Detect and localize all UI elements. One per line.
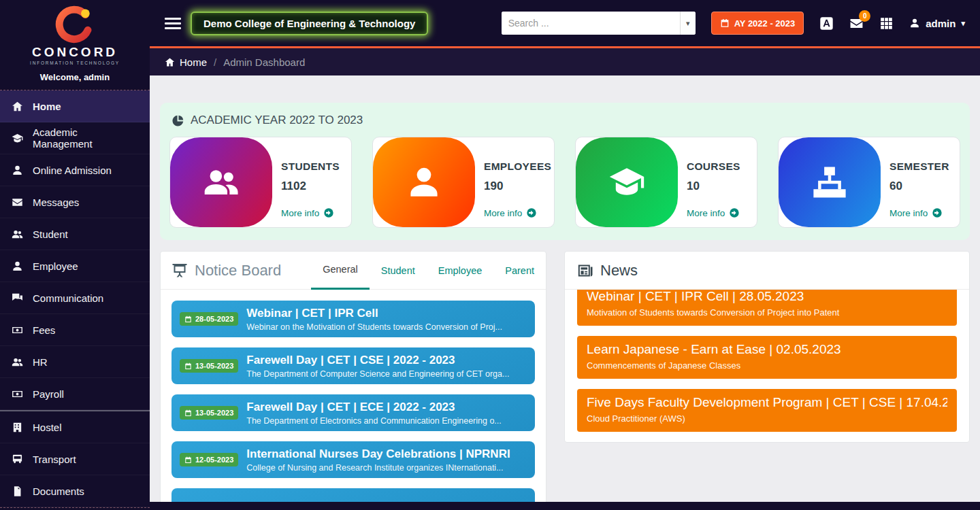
menu-toggle-button[interactable]: [165, 18, 181, 29]
graduation-cap-icon: [608, 164, 645, 201]
sidebar-nav: Home Academic Management Online Admissio…: [0, 90, 150, 508]
academic-year-button[interactable]: AY 2022 - 2023: [711, 12, 804, 35]
breadcrumb-home-link[interactable]: Home: [165, 56, 207, 68]
notice-title: Farewell Day | CET | ECE | 2022 - 2023: [246, 401, 502, 414]
arrow-circle-right-icon: [729, 207, 740, 218]
notice-tabs: General Student Employee Parent: [311, 252, 546, 290]
tab-student[interactable]: Student: [370, 252, 427, 290]
language-button[interactable]: [819, 16, 834, 31]
notice-item[interactable]: 13-05-2023 Farewell Day | CET | ECE | 20…: [172, 394, 535, 431]
news-item-title: Webinar | CET | IPR Cell | 28.05.2023: [587, 290, 947, 304]
graduation-cap-icon: [12, 133, 23, 144]
sidebar-item-student[interactable]: Student: [0, 218, 150, 250]
sidebar-item-communication[interactable]: Communication: [0, 282, 150, 314]
brand-name: CONCORD: [0, 45, 150, 60]
sidebar-item-hostel[interactable]: Hostel: [0, 411, 150, 443]
news-item[interactable]: Learn Japanese - Earn at Ease | 02.05.20…: [577, 336, 957, 379]
sidebar-item-payroll[interactable]: Payroll: [0, 378, 150, 410]
notice-date: 13-05-2023: [195, 362, 233, 370]
notice-text: Farewell Day | CET | ECE | 2022 - 2023 T…: [246, 401, 502, 426]
more-info-label: More info: [484, 208, 522, 218]
sidebar-item-online-admission[interactable]: Online Admission: [0, 154, 150, 186]
news-item-desc: Motivation of Students towards Conversio…: [587, 307, 947, 318]
sitemap-icon: [811, 164, 848, 201]
sidebar-item-fees[interactable]: Fees: [0, 314, 150, 346]
sidebar-item-messages[interactable]: Messages: [0, 186, 150, 218]
notice-text: Webinar | CET | IPR Cell Webinar on the …: [246, 307, 502, 332]
college-name-button[interactable]: Demo College of Engineering & Technology: [191, 12, 428, 35]
mail-count-badge: 0: [859, 10, 870, 22]
chevron-down-icon: ▾: [686, 19, 690, 28]
tab-general[interactable]: General: [311, 252, 370, 290]
more-info-link[interactable]: More info: [281, 207, 344, 218]
notice-item[interactable]: Farewell Day | ASC | CS...: [172, 488, 535, 502]
user-icon: [12, 165, 23, 176]
academic-year-title-row: ACADEMIC YEAR 2022 TO 2023: [172, 114, 960, 127]
sidebar-item-documents[interactable]: Documents: [0, 475, 150, 507]
sidebar: CONCORD INFORMATION TECHNOLOGY Welcome, …: [0, 0, 150, 510]
more-info-link[interactable]: More info: [687, 207, 750, 218]
panels-row: Notice Board General Student Employee Pa…: [160, 251, 970, 502]
stat-label: COURSES: [687, 160, 750, 173]
breadcrumb: Home / Admin Dashboard: [150, 46, 980, 75]
sidebar-item-label: Messages: [33, 197, 79, 208]
file-icon: [12, 486, 23, 497]
app-root: CONCORD INFORMATION TECHNOLOGY Welcome, …: [0, 0, 980, 510]
stat-value: 190: [484, 180, 547, 193]
sidebar-item-hr[interactable]: HR: [0, 346, 150, 378]
apps-grid-button[interactable]: [879, 16, 894, 31]
notice-date: 28-05-2023: [195, 315, 233, 323]
notice-item[interactable]: 13-05-2023 Farewell Day | CET | CSE | 20…: [172, 347, 535, 384]
breadcrumb-separator: /: [214, 56, 216, 68]
main-area: Demo College of Engineering & Technology…: [150, 0, 980, 510]
news-title-row: News: [577, 262, 638, 279]
money-icon: [12, 324, 23, 336]
notice-board-title: Notice Board: [195, 262, 281, 279]
tab-employee[interactable]: Employee: [427, 252, 493, 290]
notice-desc: Webinar on the Motivation of Students to…: [246, 322, 502, 332]
messages-button[interactable]: 0: [849, 16, 864, 31]
stat-info: COURSES 10 More info: [678, 137, 757, 227]
welcome-text: Welcome, admin: [0, 72, 150, 82]
sidebar-item-label: Communication: [33, 292, 103, 304]
notice-board-panel: Notice Board General Student Employee Pa…: [160, 251, 546, 502]
semester-blob: [779, 137, 881, 227]
breadcrumb-current: Admin Dashboard: [223, 56, 305, 68]
news-panel: News Webinar | CET | IPR Cell | 28.05.20…: [564, 251, 970, 443]
user-icon: [909, 18, 920, 29]
more-info-link[interactable]: More info: [484, 207, 547, 218]
sidebar-item-academic-management[interactable]: Academic Management: [0, 122, 150, 154]
grid-icon: [879, 16, 894, 31]
calendar-icon: [184, 456, 192, 464]
sidebar-item-label: Student: [33, 228, 68, 240]
brand-area: CONCORD INFORMATION TECHNOLOGY: [0, 0, 150, 65]
sidebar-item-transport[interactable]: Transport: [0, 443, 150, 475]
notice-board-header: Notice Board General Student Employee Pa…: [161, 252, 546, 290]
concord-logo-icon: [55, 5, 95, 45]
stat-card-semester: SEMESTER 60 More info: [778, 137, 960, 228]
news-item[interactable]: Webinar | CET | IPR Cell | 28.05.2023 Mo…: [577, 290, 957, 326]
money-icon: [12, 388, 23, 400]
stat-value: 60: [889, 180, 953, 193]
notice-item[interactable]: 12-05-2023 International Nurses Day Cele…: [172, 441, 535, 478]
sidebar-item-employee[interactable]: Employee: [0, 250, 150, 282]
more-info-link[interactable]: More info: [889, 207, 953, 218]
search-input[interactable]: [502, 12, 680, 35]
search-scope-dropdown[interactable]: ▾: [680, 12, 696, 35]
stat-label: STUDENTS: [281, 160, 344, 173]
arrow-circle-right-icon: [526, 207, 537, 218]
sidebar-item-label: Academic Management: [33, 126, 138, 150]
notice-date-badge: 28-05-2023: [180, 312, 238, 326]
notice-desc: College of Nursing and Research Institut…: [246, 463, 510, 473]
calendar-icon: [184, 316, 192, 323]
news-list: Webinar | CET | IPR Cell | 28.05.2023 Mo…: [565, 290, 969, 443]
building-icon: [12, 422, 23, 433]
breadcrumb-home-label: Home: [180, 56, 207, 68]
sidebar-item-home[interactable]: Home: [0, 90, 150, 122]
tab-parent[interactable]: Parent: [493, 252, 546, 290]
user-menu[interactable]: admin ▾: [909, 18, 965, 29]
notice-item[interactable]: 28-05-2023 Webinar | CET | IPR Cell Webi…: [172, 301, 535, 337]
arrow-circle-right-icon: [932, 207, 943, 218]
news-item[interactable]: Five Days Faculty Development Program | …: [577, 389, 957, 432]
stat-value: 1102: [281, 180, 344, 193]
